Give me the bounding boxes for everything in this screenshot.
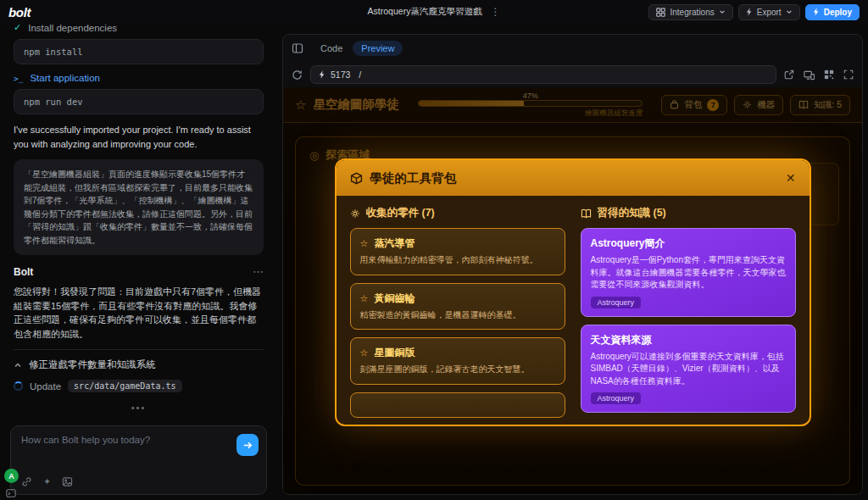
integrations-label: Integrations <box>670 8 714 17</box>
star-icon: ☆ <box>360 293 369 304</box>
parts-header-label: 收集的零件 (7) <box>366 206 435 220</box>
part-name: 蒸汽導管 <box>374 236 415 251</box>
terminal-prompt-icon: >_ <box>14 74 23 83</box>
tab-code[interactable]: Code <box>312 41 351 56</box>
part-card-clipped[interactable] <box>350 392 565 418</box>
deploy-button[interactable]: Deploy <box>805 4 860 20</box>
modal-title: 學徒的工具背包 <box>370 170 457 186</box>
qr-code-icon[interactable] <box>824 69 834 80</box>
export-button[interactable]: Export <box>738 4 800 20</box>
preview-frame: ☆ 星空繪圖師學徒 47% 繪圖機器組裝進度 <box>283 87 862 494</box>
arrow-right-icon <box>242 440 253 451</box>
modal-body: 收集的零件 (7) ☆ 蒸汽導管 用來傳輸動力的精密導管，內部刻有神秘符號。 <box>337 196 810 425</box>
close-icon[interactable]: ✕ <box>786 171 796 185</box>
main-layout: ✓ Install dependencies npm install >_ St… <box>0 24 868 500</box>
chat-panel: ✓ Install dependencies npm install >_ St… <box>0 24 277 500</box>
knowledge-tag: Astroquery <box>591 392 642 404</box>
knowledge-card[interactable]: 天文資料來源 Astroquery可以連接到多個重要的天文資料庫，包括SIMBA… <box>581 325 796 414</box>
part-description: 用來傳輸動力的精密導管，內部刻有神秘符號。 <box>360 254 555 267</box>
message-menu-icon[interactable]: ⋯ <box>253 265 264 278</box>
assistant-name: Bolt <box>14 266 33 278</box>
user-message-bubble: 「星空繪圖機器組裝」頁面的進度條顯示要收集15個零件才能完成組裝，但我所有區域都… <box>14 159 264 255</box>
part-card[interactable]: ☆ 蒸汽導管 用來傳輸動力的精密導管，內部刻有神秘符號。 <box>350 228 565 275</box>
part-card[interactable]: ☆ 星圖銅版 刻滿星座圖的銅版，記錄著古老的天文智慧。 <box>350 337 565 385</box>
send-button[interactable] <box>236 434 259 456</box>
integrations-button[interactable]: Integrations <box>648 4 732 20</box>
assistant-intro-text: I've successfully imported your project.… <box>14 123 264 151</box>
step-start-application: >_ Start application <box>14 73 264 83</box>
lightning-icon <box>813 8 820 16</box>
step-label: Start application <box>30 73 99 83</box>
tab-preview[interactable]: Preview <box>353 41 403 56</box>
port-number: 5173 <box>331 69 350 80</box>
knowledge-tag: Astroquery <box>591 297 642 308</box>
view-tabs: Code Preview <box>312 41 403 56</box>
chevron-down-icon <box>719 8 726 15</box>
assistant-response-text: 您說得對！我發現了問題：目前遊戲中只有7個零件，但機器組裝需要15個零件，而且有… <box>14 285 264 341</box>
chat-input[interactable] <box>21 435 234 467</box>
preview-address-row: 5173 / <box>283 62 862 87</box>
panel-toggle-icon[interactable] <box>292 42 303 54</box>
grid-icon <box>656 8 665 17</box>
file-update-row[interactable]: Update src/data/gameData.ts <box>14 380 264 392</box>
step-label: Install dependencies <box>28 24 117 33</box>
chat-composer: ✦ <box>10 425 267 495</box>
deploy-label: Deploy <box>824 8 852 17</box>
enhance-prompt-icon[interactable]: ✦ <box>43 477 51 486</box>
knowledge-column-header: 習得的知識 (5) <box>581 206 796 220</box>
star-icon: ☆ <box>360 238 369 249</box>
book-icon <box>581 208 592 219</box>
chat-scroll-area[interactable]: ✓ Install dependencies npm install >_ St… <box>0 24 277 422</box>
devices-icon[interactable] <box>804 69 815 81</box>
knowledge-header-label: 習得的知識 (5) <box>598 206 666 220</box>
part-description: 刻滿星座圖的銅版，記錄著古老的天文智慧。 <box>360 364 555 376</box>
project-title-group: Astroquery蒸汽龐克學習遊戲 ⋮ <box>368 6 501 18</box>
top-bar: bolt Astroquery蒸汽龐克學習遊戲 ⋮ Integrations E… <box>0 0 868 24</box>
artifact-card: 修正遊戲零件數量和知識系統 Update src/data/gameData.t… <box>14 349 264 392</box>
knowledge-title: 天文資料來源 <box>591 333 786 347</box>
knowledge-title: Astroquery簡介 <box>591 236 786 251</box>
lightning-icon <box>746 8 753 16</box>
start-command-block: npm run dev <box>14 89 264 114</box>
workbench-panel: Code Preview 5173 / <box>282 34 863 495</box>
topbar-actions: Integrations Export Deploy <box>648 4 860 20</box>
knowledge-card[interactable]: Astroquery簡介 Astroquery是一個Python套件，專門用來查… <box>581 228 796 317</box>
package-icon <box>350 172 363 185</box>
reload-icon[interactable] <box>292 69 303 81</box>
knowledge-column: 習得的知識 (5) Astroquery簡介 Astroquery是一個Pyth… <box>581 206 796 425</box>
project-menu-icon[interactable]: ⋮ <box>490 6 500 18</box>
artifact-title: 修正遊戲零件數量和知識系統 <box>29 358 156 371</box>
preview-toolbar-icons <box>784 69 854 81</box>
composer-toolbar: ✦ <box>21 476 73 487</box>
project-title: Astroquery蒸汽龐克學習遊戲 <box>368 6 482 18</box>
image-attach-icon[interactable] <box>62 476 73 487</box>
loading-spinner-icon <box>14 381 23 391</box>
fullscreen-icon[interactable] <box>843 69 854 80</box>
modal-title-group: 學徒的工具背包 <box>350 170 457 186</box>
gear-icon <box>350 208 360 219</box>
link-icon[interactable] <box>21 476 32 487</box>
url-path: / <box>359 69 361 80</box>
artifact-toggle[interactable]: 修正遊戲零件數量和知識系統 <box>14 358 264 371</box>
updated-file-path: src/data/gameData.ts <box>68 380 181 392</box>
export-label: Export <box>757 8 782 17</box>
address-bar[interactable]: 5173 / <box>310 65 776 84</box>
user-avatar[interactable]: A <box>4 469 19 483</box>
terminal-panel-icon[interactable] <box>6 488 16 498</box>
port-lightning-icon <box>319 70 326 79</box>
check-icon: ✓ <box>14 24 21 33</box>
assistant-header-row: Bolt ⋯ <box>14 265 264 278</box>
update-action-label: Update <box>30 381 61 392</box>
star-icon: ☆ <box>360 347 369 358</box>
open-external-icon[interactable] <box>784 69 794 80</box>
parts-column-header: 收集的零件 (7) <box>350 206 565 220</box>
part-card[interactable]: ☆ 黃銅齒輪 精密製造的黃銅齒輪，是機器運轉的基礎。 <box>350 283 565 331</box>
workbench-header: Code Preview <box>283 35 862 62</box>
chevron-down-icon <box>786 8 793 15</box>
modal-header: 學徒的工具背包 ✕ <box>337 160 810 196</box>
bolt-logo: bolt <box>8 5 31 19</box>
streaming-indicator: ••• <box>14 403 264 413</box>
backpack-modal: 學徒的工具背包 ✕ 收集的零件 (7) <box>335 158 811 426</box>
chevron-up-icon <box>14 361 22 369</box>
install-command-block: npm install <box>14 39 264 64</box>
